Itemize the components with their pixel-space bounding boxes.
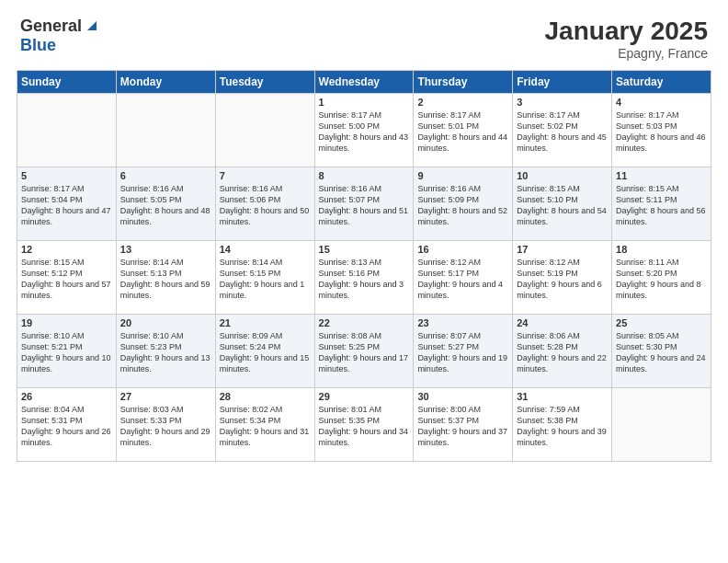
day-info: Sunrise: 8:16 AM Sunset: 5:07 PM Dayligh… — [319, 183, 410, 228]
day-number: 18 — [616, 244, 707, 255]
day-info: Sunrise: 8:13 AM Sunset: 5:16 PM Dayligh… — [319, 257, 410, 302]
day-number: 27 — [120, 391, 211, 402]
day-number: 15 — [319, 244, 410, 255]
calendar-cell — [17, 94, 117, 167]
calendar-cell: 25Sunrise: 8:05 AM Sunset: 5:30 PM Dayli… — [612, 315, 711, 388]
day-number: 31 — [517, 391, 608, 402]
day-number: 24 — [517, 317, 608, 328]
day-number: 8 — [319, 170, 410, 181]
day-info: Sunrise: 8:10 AM Sunset: 5:21 PM Dayligh… — [21, 330, 112, 375]
day-info: Sunrise: 8:06 AM Sunset: 5:28 PM Dayligh… — [517, 330, 608, 375]
calendar-week-row: 1Sunrise: 8:17 AM Sunset: 5:00 PM Daylig… — [17, 94, 711, 167]
day-number: 4 — [616, 97, 707, 108]
day-info: Sunrise: 8:04 AM Sunset: 5:31 PM Dayligh… — [21, 404, 112, 449]
calendar-cell: 5Sunrise: 8:17 AM Sunset: 5:04 PM Daylig… — [17, 167, 117, 241]
calendar-week-row: 19Sunrise: 8:10 AM Sunset: 5:21 PM Dayli… — [17, 315, 711, 388]
calendar-cell: 10Sunrise: 8:15 AM Sunset: 5:10 PM Dayli… — [513, 167, 612, 241]
month-year-title: January 2025 — [545, 17, 708, 46]
day-info: Sunrise: 8:17 AM Sunset: 5:03 PM Dayligh… — [616, 109, 707, 155]
day-info: Sunrise: 8:07 AM Sunset: 5:27 PM Dayligh… — [417, 330, 508, 375]
logo-triangle-icon — [84, 17, 100, 34]
day-number: 5 — [21, 170, 112, 181]
day-info: Sunrise: 8:12 AM Sunset: 5:19 PM Dayligh… — [517, 257, 608, 302]
calendar-cell: 12Sunrise: 8:15 AM Sunset: 5:12 PM Dayli… — [17, 241, 117, 315]
calendar-cell: 21Sunrise: 8:09 AM Sunset: 5:24 PM Dayli… — [215, 315, 314, 388]
svg-marker-0 — [87, 21, 97, 30]
calendar-cell: 27Sunrise: 8:03 AM Sunset: 5:33 PM Dayli… — [116, 388, 215, 462]
day-number: 17 — [517, 244, 608, 255]
day-number: 30 — [417, 391, 508, 402]
day-number: 6 — [120, 170, 211, 181]
calendar-cell: 4Sunrise: 8:17 AM Sunset: 5:03 PM Daylig… — [612, 94, 711, 167]
calendar-cell: 7Sunrise: 8:16 AM Sunset: 5:06 PM Daylig… — [215, 167, 314, 241]
day-number: 16 — [417, 244, 508, 255]
calendar-cell: 19Sunrise: 8:10 AM Sunset: 5:21 PM Dayli… — [17, 315, 117, 388]
day-number: 29 — [319, 391, 410, 402]
calendar-cell — [116, 94, 215, 167]
day-info: Sunrise: 8:17 AM Sunset: 5:00 PM Dayligh… — [319, 109, 410, 155]
day-number: 20 — [120, 317, 211, 328]
calendar-cell — [612, 388, 711, 462]
page-header: General Blue January 2025 Epagny, France — [9, 9, 719, 64]
day-info: Sunrise: 8:16 AM Sunset: 5:09 PM Dayligh… — [417, 183, 508, 228]
day-number: 11 — [616, 170, 707, 181]
day-number: 2 — [417, 97, 508, 108]
day-number: 1 — [319, 97, 410, 108]
calendar-cell: 15Sunrise: 8:13 AM Sunset: 5:16 PM Dayli… — [314, 241, 414, 315]
calendar-cell: 31Sunrise: 7:59 AM Sunset: 5:38 PM Dayli… — [513, 388, 612, 462]
calendar-cell: 28Sunrise: 8:02 AM Sunset: 5:34 PM Dayli… — [215, 388, 314, 462]
day-number: 28 — [220, 391, 311, 402]
calendar-cell: 3Sunrise: 8:17 AM Sunset: 5:02 PM Daylig… — [513, 94, 612, 167]
day-number: 13 — [120, 244, 211, 255]
logo-blue-text: Blue — [20, 36, 56, 54]
weekday-header-monday: Monday — [116, 71, 215, 94]
calendar-week-row: 12Sunrise: 8:15 AM Sunset: 5:12 PM Dayli… — [17, 241, 711, 315]
day-info: Sunrise: 8:16 AM Sunset: 5:05 PM Dayligh… — [120, 183, 211, 228]
day-info: Sunrise: 8:10 AM Sunset: 5:23 PM Dayligh… — [120, 330, 211, 375]
calendar-cell: 16Sunrise: 8:12 AM Sunset: 5:17 PM Dayli… — [414, 241, 513, 315]
day-info: Sunrise: 8:08 AM Sunset: 5:25 PM Dayligh… — [319, 330, 410, 375]
weekday-header-row: SundayMondayTuesdayWednesdayThursdayFrid… — [17, 71, 711, 94]
day-info: Sunrise: 8:16 AM Sunset: 5:06 PM Dayligh… — [220, 183, 311, 228]
day-info: Sunrise: 8:00 AM Sunset: 5:37 PM Dayligh… — [417, 404, 508, 449]
day-info: Sunrise: 8:17 AM Sunset: 5:01 PM Dayligh… — [417, 109, 508, 155]
weekday-header-friday: Friday — [513, 71, 612, 94]
calendar-cell: 20Sunrise: 8:10 AM Sunset: 5:23 PM Dayli… — [116, 315, 215, 388]
weekday-header-sunday: Sunday — [17, 71, 117, 94]
day-info: Sunrise: 8:11 AM Sunset: 5:20 PM Dayligh… — [616, 257, 707, 302]
day-info: Sunrise: 8:17 AM Sunset: 5:02 PM Dayligh… — [517, 109, 608, 155]
day-info: Sunrise: 8:17 AM Sunset: 5:04 PM Dayligh… — [21, 183, 112, 228]
day-info: Sunrise: 7:59 AM Sunset: 5:38 PM Dayligh… — [517, 404, 608, 449]
day-number: 23 — [417, 317, 508, 328]
day-info: Sunrise: 8:03 AM Sunset: 5:33 PM Dayligh… — [120, 404, 211, 449]
calendar-week-row: 5Sunrise: 8:17 AM Sunset: 5:04 PM Daylig… — [17, 167, 711, 241]
day-number: 19 — [21, 317, 112, 328]
day-number: 3 — [517, 97, 608, 108]
calendar-cell: 17Sunrise: 8:12 AM Sunset: 5:19 PM Dayli… — [513, 241, 612, 315]
day-number: 10 — [517, 170, 608, 181]
day-info: Sunrise: 8:12 AM Sunset: 5:17 PM Dayligh… — [417, 257, 508, 302]
calendar-table: SundayMondayTuesdayWednesdayThursdayFrid… — [17, 70, 711, 462]
calendar-cell: 18Sunrise: 8:11 AM Sunset: 5:20 PM Dayli… — [612, 241, 711, 315]
calendar-week-row: 26Sunrise: 8:04 AM Sunset: 5:31 PM Dayli… — [17, 388, 711, 462]
day-info: Sunrise: 8:09 AM Sunset: 5:24 PM Dayligh… — [220, 330, 311, 375]
calendar-cell: 2Sunrise: 8:17 AM Sunset: 5:01 PM Daylig… — [414, 94, 513, 167]
calendar-cell: 6Sunrise: 8:16 AM Sunset: 5:05 PM Daylig… — [116, 167, 215, 241]
day-info: Sunrise: 8:15 AM Sunset: 5:11 PM Dayligh… — [616, 183, 707, 228]
calendar-cell: 9Sunrise: 8:16 AM Sunset: 5:09 PM Daylig… — [414, 167, 513, 241]
day-info: Sunrise: 8:14 AM Sunset: 5:13 PM Dayligh… — [120, 257, 211, 302]
calendar-cell: 13Sunrise: 8:14 AM Sunset: 5:13 PM Dayli… — [116, 241, 215, 315]
calendar-cell: 11Sunrise: 8:15 AM Sunset: 5:11 PM Dayli… — [612, 167, 711, 241]
day-number: 12 — [21, 244, 112, 255]
calendar-cell: 14Sunrise: 8:14 AM Sunset: 5:15 PM Dayli… — [215, 241, 314, 315]
weekday-header-thursday: Thursday — [414, 71, 513, 94]
logo-general-text: General — [20, 17, 82, 36]
title-block: January 2025 Epagny, France — [545, 17, 708, 61]
day-info: Sunrise: 8:14 AM Sunset: 5:15 PM Dayligh… — [220, 257, 311, 302]
calendar-cell: 26Sunrise: 8:04 AM Sunset: 5:31 PM Dayli… — [17, 388, 117, 462]
calendar-cell — [215, 94, 314, 167]
weekday-header-saturday: Saturday — [612, 71, 711, 94]
day-number: 26 — [21, 391, 112, 402]
location-subtitle: Epagny, France — [545, 46, 708, 61]
weekday-header-tuesday: Tuesday — [215, 71, 314, 94]
